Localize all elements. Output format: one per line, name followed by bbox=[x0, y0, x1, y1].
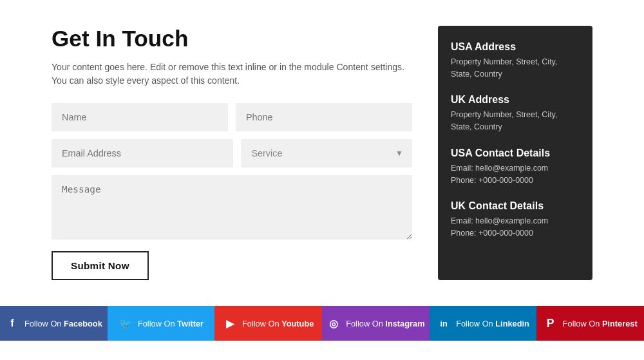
service-select-wrapper: Service Web Design Development Marketing… bbox=[241, 139, 412, 167]
youtube-label: Follow On Youtube bbox=[242, 319, 314, 328]
name-phone-row bbox=[52, 103, 412, 131]
facebook-icon: f bbox=[5, 316, 19, 330]
youtube-icon: ▶ bbox=[223, 316, 237, 330]
usa-contact-block: USA Contact Details Email: hello@example… bbox=[451, 147, 580, 186]
uk-address-text: Property Number, Street, City, State, Co… bbox=[451, 109, 580, 133]
social-bar: f Follow On Facebook 🐦 Follow On Twitter… bbox=[0, 306, 644, 341]
twitter-label: Follow On Twitter bbox=[138, 319, 204, 328]
uk-address-title: UK Address bbox=[451, 94, 580, 106]
social-facebook[interactable]: f Follow On Facebook bbox=[0, 306, 108, 341]
facebook-label: Follow On Facebook bbox=[24, 319, 102, 328]
info-panel: USA Address Property Number, Street, Cit… bbox=[438, 26, 592, 280]
social-pinterest[interactable]: P Follow On Pinterest bbox=[536, 306, 644, 341]
name-input[interactable] bbox=[52, 103, 228, 131]
usa-address-block: USA Address Property Number, Street, Cit… bbox=[451, 41, 580, 80]
uk-contact-email: Email: hello@example.com bbox=[451, 215, 580, 227]
linkedin-label: Follow On Linkedin bbox=[456, 319, 529, 328]
instagram-label: Follow On Instagram bbox=[346, 319, 424, 328]
usa-address-title: USA Address bbox=[451, 41, 580, 53]
email-service-row: Service Web Design Development Marketing… bbox=[52, 139, 412, 167]
service-select[interactable]: Service Web Design Development Marketing… bbox=[241, 139, 412, 167]
usa-contact-title: USA Contact Details bbox=[451, 147, 580, 159]
page-title: Get In Touch bbox=[52, 26, 412, 52]
usa-address-text: Property Number, Street, City, State, Co… bbox=[451, 56, 580, 80]
social-youtube[interactable]: ▶ Follow On Youtube bbox=[214, 306, 322, 341]
instagram-icon: ◎ bbox=[327, 316, 341, 330]
form-section: Get In Touch Your content goes here. Edi… bbox=[52, 26, 412, 280]
uk-contact-phone: Phone: +000-000-0000 bbox=[451, 227, 580, 240]
pinterest-label: Follow On Pinterest bbox=[563, 319, 638, 328]
social-instagram[interactable]: ◎ Follow On Instagram bbox=[322, 306, 430, 341]
uk-contact-title: UK Contact Details bbox=[451, 200, 580, 212]
social-linkedin[interactable]: in Follow On Linkedin bbox=[430, 306, 537, 341]
social-twitter[interactable]: 🐦 Follow On Twitter bbox=[108, 306, 215, 341]
phone-input[interactable] bbox=[236, 103, 412, 131]
uk-address-block: UK Address Property Number, Street, City… bbox=[451, 94, 580, 133]
usa-contact-phone: Phone: +000-000-0000 bbox=[451, 175, 580, 187]
submit-button[interactable]: Submit Now bbox=[52, 251, 149, 280]
page-description: Your content goes here. Edit or remove t… bbox=[52, 61, 412, 88]
uk-contact-block: UK Contact Details Email: hello@example.… bbox=[451, 200, 580, 239]
linkedin-icon: in bbox=[437, 316, 451, 330]
usa-contact-email: Email: hello@example.com bbox=[451, 162, 580, 175]
message-textarea[interactable] bbox=[52, 175, 412, 240]
main-content: Get In Touch Your content goes here. Edi… bbox=[0, 0, 644, 306]
pinterest-icon: P bbox=[544, 316, 558, 330]
email-input[interactable] bbox=[52, 139, 233, 167]
twitter-icon: 🐦 bbox=[118, 316, 133, 330]
